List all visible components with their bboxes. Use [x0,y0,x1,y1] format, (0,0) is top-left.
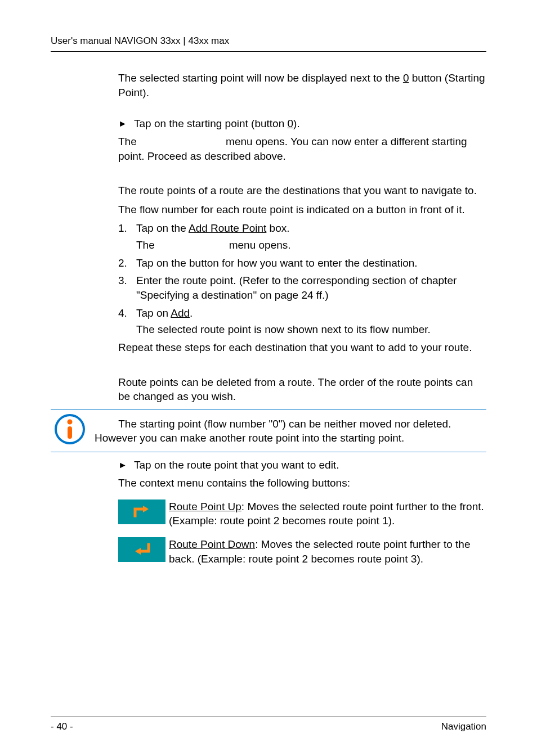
text: . [190,307,193,319]
bullet-marker: ► [118,116,134,130]
note-text: The starting point (flow number "0") can… [95,417,486,446]
paragraph: The flow number for each route point is … [118,202,486,217]
route-point-down-ref: Route Point Down [169,538,255,550]
route-point-up-icon [118,500,165,524]
number-marker: 1. [118,221,136,236]
button-ref-0: 0 [403,72,409,84]
paragraph: The context menu contains the following … [118,476,486,490]
text: ). [293,118,300,129]
text: Route Point Up: Moves the selected route… [169,501,484,527]
numbered-text: Enter the route point. (Refer to the cor… [136,273,486,302]
text: Tap on the starting point (button [134,118,288,129]
add-ref: Add [171,307,190,319]
number-marker: 4. [118,306,136,321]
button-ref-0: 0 [288,118,294,129]
add-route-point-ref: Add Route Point [189,222,266,234]
route-point-up-ref: Route Point Up [169,501,241,512]
paragraph: The selected starting point will now be … [118,71,486,100]
bullet-marker: ► [118,458,134,471]
note-block: The starting point (flow number "0") can… [51,410,486,453]
info-icon [54,413,86,449]
icon-paragraph: Route Point Up: Moves the selected route… [118,500,486,528]
numbered-item: 3. Enter the route point. (Refer to the … [118,273,486,302]
footer-section: Navigation [441,721,486,734]
bullet-item: ► Tap on the route point that you want t… [118,458,486,472]
number-marker: 2. [118,256,136,271]
numbered-item: 4. Tap on Add. The selected route point … [118,306,486,337]
numbered-text: Tap on the button for how you want to en… [136,256,486,271]
icon-paragraph: Route Point Down: Moves the selected rou… [118,537,486,566]
text: The selected starting point will now be … [118,72,403,84]
number-marker: 3. [118,273,136,288]
route-point-down-icon [118,537,165,562]
page-number: - 40 - [51,721,73,734]
text: Tap on [136,307,171,319]
bullet-item: ► Tap on the starting point (button 0). [118,116,486,131]
header-title: User's manual NAVIGON 33xx | 43xx max [51,35,486,48]
numbered-item: 2. Tap on the button for how you want to… [118,256,486,271]
numbered-text: Tap on the Add Route Point box. The menu… [136,221,486,252]
sub-text: The menu opens. [136,238,486,253]
svg-rect-2 [68,426,72,439]
paragraph: The menu opens. You can now enter a diff… [118,134,486,163]
paragraph: The route points of a route are the dest… [118,183,486,198]
paragraph: Repeat these steps for each destination … [118,340,486,355]
numbered-item: 1. Tap on the Add Route Point box. The m… [118,221,486,252]
text: Tap on the [136,222,189,234]
footer: - 40 - Navigation [51,717,486,734]
footer-rule [51,717,486,717]
bullet-text: Tap on the starting point (button 0). [134,116,486,131]
sub-text: The selected route point is now shown ne… [136,322,486,337]
svg-point-1 [68,419,73,424]
text: Route Point Down: Moves the selected rou… [169,538,471,565]
header-rule [51,51,486,52]
page: User's manual NAVIGON 33xx | 43xx max Th… [0,0,537,756]
content-area: The selected starting point will now be … [118,71,486,566]
bullet-text: Tap on the route point that you want to … [134,458,486,472]
paragraph: Route points can be deleted from a route… [118,375,486,404]
numbered-text: Tap on Add. The selected route point is … [136,306,486,337]
text: box. [266,222,289,234]
